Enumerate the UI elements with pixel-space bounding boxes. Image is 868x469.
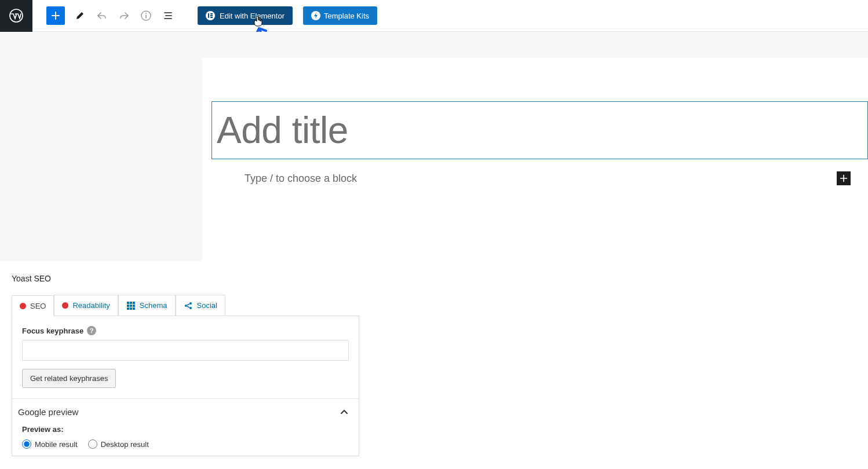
edit-mode-button[interactable]	[71, 6, 89, 25]
svg-point-2	[145, 13, 147, 14]
svg-rect-13	[130, 305, 132, 307]
svg-point-20	[189, 307, 192, 309]
block-prompt[interactable]: Type / to choose a block	[245, 173, 357, 185]
svg-rect-9	[127, 302, 129, 304]
wordpress-icon	[9, 9, 23, 23]
bolt-icon	[311, 11, 320, 20]
svg-rect-17	[133, 307, 135, 310]
post-title-placeholder: Add title	[217, 109, 348, 152]
preview-radio-group: Mobile result Desktop result	[22, 439, 349, 449]
yoast-metabox: Yoast SEO SEO Readability Schema Social	[0, 261, 868, 456]
undo-button[interactable]	[93, 6, 111, 25]
default-block-row: Type / to choose a block	[245, 171, 851, 185]
add-block-button[interactable]	[46, 6, 65, 25]
svg-point-19	[189, 302, 192, 305]
yoast-panel: Focus keyphrase ? Get related keyphrases…	[12, 316, 359, 456]
tab-social-label: Social	[197, 301, 217, 310]
svg-rect-10	[130, 302, 132, 304]
post-title-input[interactable]: Add title	[211, 101, 868, 159]
radio-mobile-label: Mobile result	[35, 440, 78, 449]
svg-rect-16	[130, 307, 132, 310]
undo-icon	[96, 10, 108, 21]
radio-desktop-input[interactable]	[88, 439, 97, 449]
edit-with-elementor-button[interactable]: Edit with Elementor	[198, 6, 293, 25]
radio-mobile-input[interactable]	[22, 439, 31, 449]
radio-desktop-label: Desktop result	[101, 440, 149, 449]
details-button[interactable]	[137, 6, 155, 25]
svg-point-18	[185, 305, 187, 307]
chevron-up-icon	[340, 408, 349, 417]
radio-desktop[interactable]: Desktop result	[88, 439, 149, 449]
svg-rect-5	[210, 13, 213, 14]
template-kits-label: Template Kits	[324, 12, 369, 20]
toolbar-tools	[67, 6, 177, 25]
focus-keyphrase-label: Focus keyphrase ?	[22, 326, 349, 335]
share-icon	[184, 301, 193, 310]
tab-schema[interactable]: Schema	[118, 295, 176, 316]
svg-rect-12	[127, 305, 129, 307]
plus-icon	[50, 10, 61, 21]
tab-seo[interactable]: SEO	[12, 295, 54, 316]
outline-button[interactable]	[159, 6, 177, 25]
yoast-title: Yoast SEO	[12, 274, 856, 283]
help-icon[interactable]: ?	[87, 326, 96, 335]
tab-readability-label: Readability	[72, 301, 110, 310]
editor-toolbar: Edit with Elementor Template Kits	[0, 0, 868, 32]
svg-rect-4	[208, 13, 209, 18]
get-related-keyphrases-button[interactable]: Get related keyphrases	[22, 369, 116, 388]
svg-rect-14	[133, 305, 135, 307]
elementor-button-label: Edit with Elementor	[220, 12, 285, 20]
svg-rect-6	[210, 15, 213, 16]
editor-canvas: Add title Type / to choose a block	[0, 32, 868, 261]
elementor-icon	[206, 11, 215, 20]
svg-rect-11	[133, 302, 135, 304]
redo-button[interactable]	[115, 6, 133, 25]
tab-seo-label: SEO	[30, 302, 46, 310]
google-preview-toggle[interactable]: Google preview	[12, 399, 359, 425]
template-kits-button[interactable]: Template Kits	[303, 6, 377, 25]
svg-rect-7	[210, 17, 213, 18]
svg-rect-15	[127, 307, 129, 310]
info-icon	[140, 10, 152, 21]
focus-keyphrase-text: Focus keyphrase	[22, 327, 83, 335]
status-dot-icon	[20, 303, 26, 309]
tab-readability[interactable]: Readability	[54, 295, 118, 316]
tab-schema-label: Schema	[140, 301, 167, 310]
focus-keyphrase-input[interactable]	[22, 340, 349, 361]
yoast-tabs: SEO Readability Schema Social	[12, 295, 856, 316]
post-editor: Add title Type / to choose a block	[202, 58, 868, 261]
grid-icon	[126, 301, 136, 310]
list-icon	[162, 10, 174, 21]
radio-mobile[interactable]: Mobile result	[22, 439, 78, 449]
plus-icon	[838, 173, 849, 184]
tab-social[interactable]: Social	[176, 295, 225, 316]
preview-as-label: Preview as:	[22, 425, 349, 434]
status-dot-icon	[62, 302, 68, 309]
insert-block-button[interactable]	[837, 171, 851, 185]
pencil-icon	[74, 10, 86, 21]
wordpress-logo[interactable]	[0, 0, 32, 32]
redo-icon	[118, 10, 130, 21]
google-preview-label: Google preview	[18, 407, 78, 417]
